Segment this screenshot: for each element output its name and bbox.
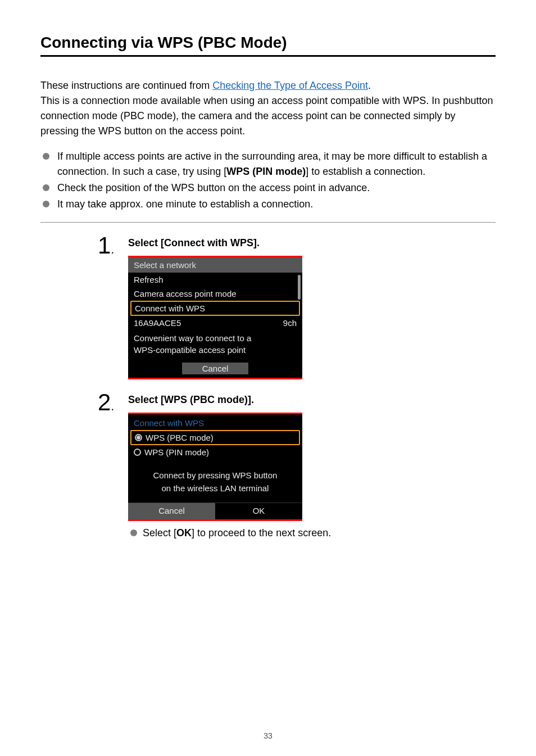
- step-1: 1. Select [Connect with WPS]. Select a n…: [40, 234, 496, 379]
- step-2-sub-bullets: Select [OK] to proceed to the next scree…: [128, 526, 496, 541]
- radio-unselected-icon: [134, 449, 141, 456]
- page-title: Connecting via WPS (PBC Mode): [40, 34, 496, 57]
- separator: [40, 222, 496, 223]
- step-1-screenshot: Select a network Refresh Camera access p…: [128, 256, 302, 379]
- page-number: 33: [0, 731, 536, 740]
- shot1-cancel-button: Cancel: [182, 363, 249, 374]
- scrollbar-icon: [298, 275, 301, 300]
- radio-selected-icon: [135, 434, 142, 441]
- shot1-row-connect-wps-selected: Connect with WPS: [130, 301, 300, 316]
- shot1-row-network: 16A9AACE5 9ch: [128, 316, 302, 330]
- shot2-cancel-button: Cancel: [128, 503, 215, 519]
- note-1: If multiple access points are active in …: [40, 149, 496, 179]
- shot2-footer: Cancel OK: [128, 503, 302, 519]
- sub1-bold: OK: [176, 527, 192, 538]
- shot1-header: Select a network: [128, 257, 302, 273]
- shot1-desc-l2: WPS-compatible access point: [134, 345, 246, 355]
- sub1-pre: Select [: [143, 527, 176, 538]
- step-2: 2. Select [WPS (PBC mode)]. Connect with…: [40, 391, 496, 541]
- step-2-number: 2.: [98, 391, 128, 414]
- intro-pre: These instructions are continued from: [40, 80, 212, 91]
- intro-post: .: [368, 80, 371, 91]
- note-1-post: ] to establish a connection.: [306, 166, 425, 177]
- intro-desc: This is a connection mode available when…: [40, 93, 496, 139]
- shot2-opt-pbc-selected: WPS (PBC mode): [130, 430, 300, 445]
- shot2-opt-pin: WPS (PIN mode): [128, 445, 302, 459]
- shot2-desc: Connect by pressing WPS button on the wi…: [128, 459, 302, 503]
- step-1-title: Select [Connect with WPS].: [128, 237, 496, 249]
- shot2-header: Connect with WPS: [128, 414, 302, 430]
- shot2-opt1-label: WPS (PBC mode): [146, 433, 214, 442]
- shot2-desc-l2: on the wireless LAN terminal: [162, 483, 269, 493]
- note-3: It may take approx. one minute to establ…: [40, 197, 496, 212]
- shot1-desc-l1: Convenient way to connect to a: [134, 333, 251, 343]
- step-2-screenshot: Connect with WPS WPS (PBC mode) WPS (PIN…: [128, 413, 302, 521]
- note-2: Check the position of the WPS button on …: [40, 180, 496, 196]
- step-1-number: 1.: [98, 234, 128, 257]
- step-2-sub-1: Select [OK] to proceed to the next scree…: [128, 526, 496, 541]
- step-2-title: Select [WPS (PBC mode)].: [128, 394, 496, 406]
- shot2-ok-button: OK: [215, 503, 302, 519]
- access-point-link[interactable]: Checking the Type of Access Point: [212, 80, 368, 91]
- note-1-bold: WPS (PIN mode): [226, 166, 306, 177]
- notes-list: If multiple access points are active in …: [40, 149, 496, 212]
- shot2-opt2-label: WPS (PIN mode): [144, 447, 209, 457]
- shot1-network-ssid: 16A9AACE5: [134, 318, 181, 328]
- shot1-network-channel: 9ch: [283, 318, 297, 328]
- shot1-row-camera-ap: Camera access point mode: [128, 287, 302, 301]
- sub1-post: ] to proceed to the next screen.: [192, 527, 331, 538]
- shot1-cancel-row: Cancel: [128, 360, 302, 378]
- shot1-desc: Convenient way to connect to a WPS-compa…: [128, 330, 302, 360]
- shot2-desc-l1: Connect by pressing WPS button: [153, 470, 278, 480]
- intro-line: These instructions are continued from Ch…: [40, 78, 496, 93]
- shot1-row-refresh: Refresh: [128, 273, 302, 287]
